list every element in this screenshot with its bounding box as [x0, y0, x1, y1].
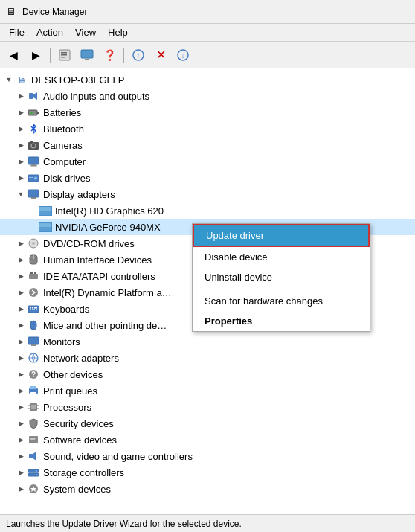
- disk-icon: [27, 171, 40, 185]
- menu-help[interactable]: Help: [102, 25, 134, 39]
- mice-icon: [27, 318, 40, 332]
- monitors-icon: [27, 335, 40, 348]
- ctx-properties[interactable]: Properties: [193, 311, 370, 331]
- tree-item-print[interactable]: ▶ Print queues: [0, 382, 415, 399]
- tree-root[interactable]: ▼ 🖥 DESKTOP-O3FGFLP: [0, 71, 415, 88]
- tree-item-cameras[interactable]: ▶ Cameras: [0, 137, 415, 153]
- security-label: Security devices: [43, 418, 114, 429]
- intel-hd-icon: [39, 204, 52, 217]
- other-expand: ▶: [15, 368, 27, 380]
- sound-icon: [27, 449, 40, 463]
- audio-icon: [27, 89, 40, 103]
- keyboards-expand: ▶: [15, 303, 27, 315]
- keyboards-icon: [27, 302, 40, 315]
- svg-point-23: [34, 177, 37, 180]
- svg-rect-37: [29, 274, 38, 279]
- tree-item-system[interactable]: ▶ System devices: [0, 481, 415, 497]
- system-icon: [27, 482, 40, 496]
- tree-item-sound[interactable]: ▶ Sound, video and game controllers: [0, 448, 415, 464]
- svg-text:↑: ↑: [137, 51, 141, 60]
- svg-rect-11: [29, 93, 33, 99]
- svg-rect-51: [28, 337, 39, 344]
- svg-rect-30: [39, 223, 51, 227]
- tree-item-bluetooth[interactable]: ▶ Bluetooth: [0, 121, 415, 137]
- tree-item-audio[interactable]: ▶ Audio inputs and outputs: [0, 88, 415, 104]
- menu-view[interactable]: View: [69, 25, 102, 39]
- svg-rect-69: [29, 454, 33, 458]
- svg-rect-4: [81, 50, 93, 58]
- svg-rect-25: [28, 190, 39, 197]
- batteries-expand: ▶: [15, 106, 27, 118]
- window-title: Device Manager: [22, 7, 87, 17]
- dvd-label: DVD/CD-ROM drives: [43, 238, 135, 249]
- display-button[interactable]: [77, 45, 97, 65]
- separator: [50, 48, 51, 63]
- svg-rect-28: [39, 207, 51, 211]
- download-button[interactable]: ↓: [173, 45, 193, 65]
- network-label: Network adapters: [43, 353, 119, 364]
- ctx-update-driver[interactable]: Update driver: [193, 224, 370, 247]
- forward-button[interactable]: ▶: [25, 45, 46, 65]
- svg-point-73: [36, 470, 37, 472]
- monitors-expand: ▶: [15, 336, 27, 347]
- svg-rect-45: [36, 307, 37, 309]
- scan-button[interactable]: ↑: [128, 45, 149, 65]
- sound-expand: ▶: [15, 450, 27, 462]
- remove-button[interactable]: ✕: [150, 45, 171, 65]
- back-button[interactable]: ◀: [3, 45, 24, 65]
- help-button[interactable]: ❓: [99, 45, 120, 65]
- ide-icon: [27, 269, 40, 283]
- main-panel: ▼ 🖥 DESKTOP-O3FGFLP ▶ Audio inputs and o…: [0, 68, 415, 514]
- tree-item-software[interactable]: ▶ Software devices: [0, 432, 415, 448]
- display-label: Display adapters: [43, 189, 115, 200]
- nvidia-icon: [39, 220, 52, 234]
- tree-item-computer[interactable]: ▶ Computer: [0, 153, 415, 170]
- computer-icon: [27, 155, 40, 168]
- display-icon: [27, 188, 40, 201]
- tree-item-monitors[interactable]: ▶ Monitors: [0, 333, 415, 350]
- computer-label: Computer: [43, 156, 86, 167]
- tree-item-batteries[interactable]: ▶ Batteries: [0, 104, 415, 121]
- software-icon: [27, 433, 40, 446]
- display-expand: ▼: [15, 188, 27, 200]
- toolbar: ◀ ▶ ❓ ↑ ✕ ↓: [0, 42, 415, 68]
- ctx-uninstall-device[interactable]: Uninstall device: [193, 267, 370, 287]
- tree-item-other[interactable]: ▶ ? Other devices: [0, 366, 415, 382]
- ctx-disable-device[interactable]: Disable device: [193, 247, 370, 267]
- keyboards-label: Keyboards: [43, 304, 89, 315]
- tree-item-network[interactable]: ▶ Network adapters: [0, 350, 415, 366]
- intel-dyn-expand: ▶: [15, 286, 27, 298]
- system-expand: ▶: [15, 483, 27, 495]
- svg-rect-35: [33, 255, 34, 260]
- ide-expand: ▶: [15, 270, 27, 282]
- computer-expand: ▶: [15, 156, 27, 167]
- svg-marker-70: [33, 452, 36, 461]
- network-icon: [27, 351, 40, 365]
- svg-rect-2: [61, 54, 67, 56]
- svg-rect-26: [31, 197, 36, 199]
- svg-rect-52: [31, 344, 36, 346]
- title-bar: 🖥 Device Manager: [0, 0, 415, 24]
- tree-item-disk[interactable]: ▶ Disk drives: [0, 170, 415, 186]
- dvd-expand: ▶: [15, 237, 27, 249]
- tree-item-display[interactable]: ▼ Display adapters: [0, 186, 415, 202]
- tree-item-storage[interactable]: ▶ Storage controllers: [0, 464, 415, 481]
- menu-file[interactable]: File: [3, 25, 30, 39]
- properties-button[interactable]: [54, 45, 75, 65]
- ctx-scan[interactable]: Scan for hardware changes: [193, 291, 370, 311]
- audio-expand: ▶: [15, 90, 27, 102]
- audio-label: Audio inputs and outputs: [43, 91, 149, 102]
- processors-expand: ▶: [15, 401, 27, 413]
- menu-action[interactable]: Action: [30, 25, 69, 39]
- svg-rect-21: [30, 166, 37, 167]
- tree-item-processors[interactable]: ▶ Processors: [0, 399, 415, 415]
- svg-rect-6: [83, 60, 91, 60]
- cameras-label: Cameras: [43, 140, 83, 151]
- tree-item-intel-hd[interactable]: Intel(R) HD Graphics 620: [0, 202, 415, 219]
- svg-rect-15: [30, 112, 33, 114]
- print-expand: ▶: [15, 385, 27, 397]
- tree-item-security[interactable]: ▶ Security devices: [0, 415, 415, 432]
- hid-icon: [27, 253, 40, 266]
- svg-rect-38: [30, 272, 33, 274]
- svg-rect-67: [30, 438, 36, 439]
